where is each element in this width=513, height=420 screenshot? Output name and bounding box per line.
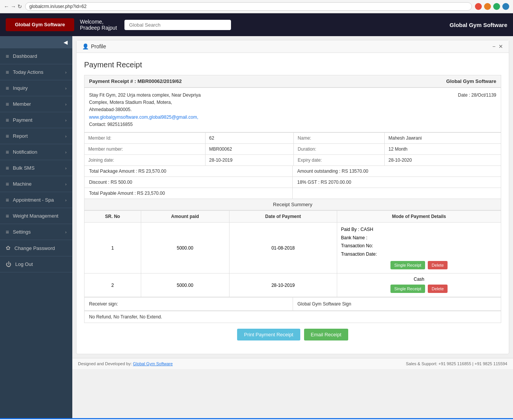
sidebar-item-notification[interactable]: ≡ Notification › xyxy=(0,144,72,160)
field-value-member-id: 62 xyxy=(205,132,294,143)
top-header: Global Gym Software Welcome, Pradeep Raj… xyxy=(0,13,513,36)
sidebar-label-appointment: Appointment - Spa xyxy=(13,197,54,203)
footer-designed: Designed and Developed by: Global Gym So… xyxy=(78,361,173,366)
search-input[interactable] xyxy=(124,20,231,30)
logo: Global Gym Software xyxy=(6,18,74,31)
sidebar-item-machine[interactable]: ≡ Machine › xyxy=(0,176,72,192)
sidebar-item-appointment[interactable]: ≡ Appointment - Spa › xyxy=(0,192,72,208)
field-label-duration: Duration: xyxy=(294,143,384,154)
chevron-inquiry: › xyxy=(65,86,67,91)
chevron-machine: › xyxy=(65,182,67,186)
menu-icon-inquiry: ≡ xyxy=(6,85,9,91)
amount-row-2: Discount : RS 500.00 18% GST : RS 2070.0… xyxy=(84,177,501,188)
address-block: Stay Fit Gym, 202 Urja motera complex, N… xyxy=(89,92,201,128)
close-button[interactable]: ✕ xyxy=(499,43,503,49)
field-value-expiry: 28-10-2020 xyxy=(384,154,501,165)
total-payable-empty xyxy=(293,188,501,199)
company-sign: Global Gym Software Sign xyxy=(293,298,501,310)
menu-icon-logout: ⏻ xyxy=(6,261,11,267)
refresh-icon[interactable]: ↻ xyxy=(18,3,22,10)
chevron-payment: › xyxy=(65,118,67,123)
sidebar-item-today-actions[interactable]: ≡ Today Actions › xyxy=(0,64,72,80)
footer-company-link[interactable]: Global Gym Software xyxy=(133,361,173,366)
sidebar-label-settings: Settings xyxy=(13,229,31,235)
amount-row-3: Total Payable Amount : RS 23,570.00 xyxy=(84,188,501,199)
field-label-member-id: Member Id: xyxy=(84,132,206,143)
sidebar-label-dashboard: Dashboard xyxy=(13,53,37,59)
field-value-duration: 12 Month xyxy=(384,143,501,154)
main-layout: ◀ ≡ Dashboard ≡ Today Actions › ≡ Inquir… xyxy=(0,36,513,418)
field-value-name: Mahesh Jawrani xyxy=(384,132,501,143)
browser-ext-1 xyxy=(475,3,482,10)
print-receipt-button[interactable]: Print Payment Receipt xyxy=(237,329,300,340)
col-sr: SR. No xyxy=(84,210,141,222)
sidebar-item-report[interactable]: ≡ Report › xyxy=(0,128,72,144)
col-mode: Mode of Payment Details xyxy=(337,210,501,222)
col-amount: Amount paid xyxy=(141,210,229,222)
menu-icon-settings: ≡ xyxy=(6,229,9,235)
gst: 18% GST : RS 2070.00.00 xyxy=(293,177,501,188)
browser-ext-3 xyxy=(493,3,500,10)
sidebar-item-bulksms[interactable]: ≡ Bulk SMS › xyxy=(0,160,72,176)
sidebar-item-member[interactable]: ≡ Member › xyxy=(0,96,72,112)
footer-support: Sales & Support: +91 9825 116855 | +91 9… xyxy=(406,361,507,366)
menu-icon-machine: ≡ xyxy=(6,181,9,187)
bottom-banner: Option for Send Receipt on Direct Email … xyxy=(0,418,513,420)
date-1: 01-08-2018 xyxy=(229,222,337,273)
total-package: Total Package Amount : RS 23,570.00 xyxy=(84,166,293,177)
panel-controls[interactable]: − ✕ xyxy=(492,43,503,49)
sidebar-item-change-password[interactable]: ✿ Change Password xyxy=(0,240,72,256)
field-label-expiry: Expiry date: xyxy=(294,154,384,165)
sidebar-toggle[interactable]: ◀ xyxy=(0,36,72,48)
sidebar: ◀ ≡ Dashboard ≡ Today Actions › ≡ Inquir… xyxy=(0,36,72,418)
summary-header: Receipt Summery xyxy=(84,199,501,210)
email-receipt-button[interactable]: Email Receipt xyxy=(304,329,348,340)
menu-icon-dashboard: ≡ xyxy=(6,53,9,59)
profile-panel: 👤 Profile − ✕ Payment Receipt Payment Re… xyxy=(76,40,509,354)
sidebar-item-logout[interactable]: ⏻ Log Out xyxy=(0,256,72,272)
browser-bar: ← → ↻ globalcrm.in/user.php?id=62 xyxy=(0,0,513,13)
delete-btn-2[interactable]: Delete xyxy=(428,285,448,293)
sidebar-item-settings[interactable]: ≡ Settings › xyxy=(0,224,72,240)
chevron-today: › xyxy=(65,70,67,75)
sidebar-label-member: Member xyxy=(13,101,31,107)
sidebar-item-dashboard[interactable]: ≡ Dashboard xyxy=(0,48,72,64)
field-row-2: Member number: MBR00062 Duration: 12 Mon… xyxy=(84,143,501,154)
content-area: 👤 Profile − ✕ Payment Receipt Payment Re… xyxy=(72,36,513,418)
sidebar-label-logout: Log Out xyxy=(15,261,33,267)
summary-row-2: 2 5000.00 28-10-2019 Cash Single Receipt… xyxy=(84,274,501,297)
member-fields-table: Member Id: 62 Name: Mahesh Jawrani Membe… xyxy=(84,132,501,166)
action-buttons: Print Payment Receipt Email Receipt xyxy=(84,323,501,346)
single-receipt-btn-2[interactable]: Single Receipt xyxy=(390,285,425,293)
chevron-notification: › xyxy=(65,150,67,154)
website-link[interactable]: www.globalgymsoftware.com,global9825@gma… xyxy=(89,115,198,120)
browser-ext-4 xyxy=(502,3,509,10)
sidebar-label-inquiry: Inquiry xyxy=(13,85,28,91)
receipt-address-section: Stay Fit Gym, 202 Urja motera complex, N… xyxy=(84,88,501,132)
summary-thead-row: SR. No Amount paid Date of Payment Mode … xyxy=(84,210,501,222)
forward-icon[interactable]: → xyxy=(11,3,16,10)
chevron-bulksms: › xyxy=(65,166,67,170)
mode-1: Paid By : CASH Bank Name : Transaction N… xyxy=(337,222,501,273)
menu-icon-report: ≡ xyxy=(6,133,9,139)
sidebar-item-inquiry[interactable]: ≡ Inquiry › xyxy=(0,80,72,96)
panel-header: 👤 Profile − ✕ xyxy=(76,40,509,53)
back-icon[interactable]: ← xyxy=(4,3,9,10)
welcome-text: Welcome, Pradeep Rajput xyxy=(80,19,117,31)
single-receipt-btn-1[interactable]: Single Receipt xyxy=(390,261,425,269)
minimize-button[interactable]: − xyxy=(492,43,495,49)
sidebar-label-change-password: Change Password xyxy=(14,245,55,251)
sidebar-label-notification: Notification xyxy=(13,149,37,155)
discount: Discount : RS 500.00 xyxy=(84,177,293,188)
sidebar-label-report: Report xyxy=(13,133,28,139)
url-bar[interactable]: globalcrm.in/user.php?id=62 xyxy=(25,2,472,11)
sidebar-item-weight[interactable]: ≡ Weight Management xyxy=(0,208,72,224)
delete-btn-1[interactable]: Delete xyxy=(428,261,448,269)
browser-ext-2 xyxy=(484,3,491,10)
app-title: Global Gym Software xyxy=(449,22,507,28)
amount-2: 5000.00 xyxy=(141,274,229,297)
sidebar-item-payment[interactable]: ≡ Payment › xyxy=(0,112,72,128)
col-date: Date of Payment xyxy=(229,210,337,222)
nav-buttons[interactable]: ← → ↻ xyxy=(4,3,22,10)
menu-icon-change-password: ✿ xyxy=(6,245,11,251)
